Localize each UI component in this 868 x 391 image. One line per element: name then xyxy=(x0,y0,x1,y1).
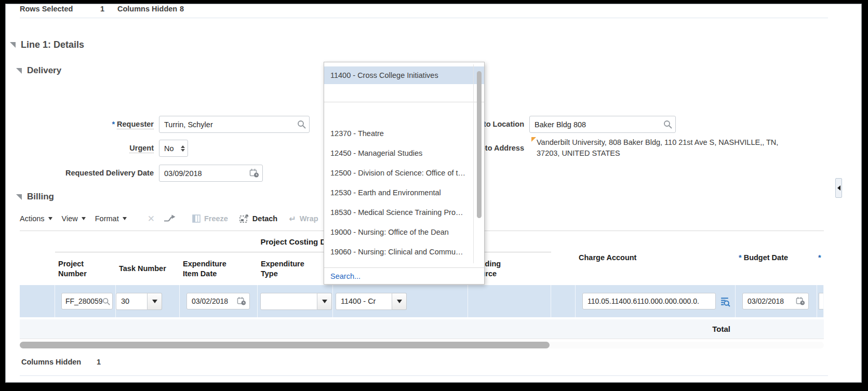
urgent-value: No xyxy=(164,144,181,153)
actions-menu-button[interactable]: Actions xyxy=(20,214,52,223)
cell-budget-date xyxy=(736,285,817,317)
requested-delivery-date-label: Requested Delivery Date xyxy=(6,168,154,178)
billing-title: Billing xyxy=(27,192,54,202)
expenditure-type-value[interactable] xyxy=(260,293,317,310)
freeze-button[interactable]: Freeze xyxy=(192,214,228,223)
dropdown-arrow-icon[interactable] xyxy=(317,293,332,310)
dropdown-option[interactable]: 12530 - Earth and Environmental xyxy=(324,183,484,203)
project-number-field[interactable] xyxy=(61,293,113,309)
cell-charge-account xyxy=(576,285,736,317)
task-number-value[interactable]: 30 xyxy=(116,293,148,310)
cell-expenditure-organization: 11400 - Cr xyxy=(333,285,468,317)
expenditure-item-date-input[interactable] xyxy=(192,297,237,305)
deliver-to-location-input[interactable] xyxy=(535,120,663,129)
column-header-expenditure-type[interactable]: Expenditure Type xyxy=(258,252,333,285)
top-divider xyxy=(20,18,828,18)
column-header-budget-date[interactable]: *Budget Date xyxy=(736,231,817,285)
charge-account-input[interactable] xyxy=(587,297,712,305)
bottom-divider xyxy=(20,375,828,376)
content-panel: Rows Selected 1 Columns Hidden 8 Line 1:… xyxy=(5,4,862,383)
format-menu-button[interactable]: Format xyxy=(95,214,127,223)
requested-delivery-date-field[interactable] xyxy=(159,165,263,182)
collapse-triangle-icon[interactable] xyxy=(16,68,22,74)
search-icon[interactable] xyxy=(297,120,306,129)
cell-task-number: 30 xyxy=(116,285,180,317)
search-icon[interactable] xyxy=(102,298,110,305)
table-row[interactable]: 30 11400 - Cr xyxy=(20,285,824,317)
panel-collapse-button[interactable] xyxy=(835,178,842,198)
cell-truncated xyxy=(817,285,824,317)
columns-hidden-value: 8 xyxy=(180,5,184,13)
dropdown-arrow-icon[interactable] xyxy=(148,293,162,310)
date-picker-icon[interactable] xyxy=(237,296,246,306)
delete-icon[interactable]: ✕ xyxy=(148,213,155,224)
task-number-combobox[interactable]: 30 xyxy=(116,293,162,310)
date-picker-icon[interactable] xyxy=(249,168,259,178)
line-details-title: Line 1: Details xyxy=(21,39,84,50)
wrap-button[interactable]: ↵ Wrap xyxy=(289,214,318,224)
dropdown-option[interactable]: 12500 - Division of Science: Office of t… xyxy=(324,163,484,183)
cell-funding-source xyxy=(468,285,551,317)
wrap-icon: ↵ xyxy=(289,214,296,224)
branch-icon[interactable] xyxy=(163,214,176,223)
expenditure-item-date-field[interactable] xyxy=(186,293,250,309)
urgent-spinner[interactable]: No xyxy=(159,140,188,157)
freeze-icon xyxy=(192,214,201,223)
dropdown-option[interactable]: 18530 - Medical Science Training Pro… xyxy=(324,203,484,222)
row-header-cell[interactable] xyxy=(20,285,55,317)
requester-field[interactable] xyxy=(159,116,310,133)
requested-delivery-date-input[interactable] xyxy=(164,169,249,178)
dropdown-scrollbar-gutter xyxy=(473,64,474,263)
expenditure-type-combobox[interactable] xyxy=(260,293,332,310)
view-menu-button[interactable]: View xyxy=(62,214,86,223)
delivery-title: Delivery xyxy=(27,65,61,76)
dropdown-option[interactable]: 19060 - Nursing: Clinical and Commu… xyxy=(324,242,484,262)
horizontal-scrollbar[interactable] xyxy=(20,342,824,348)
spinner-arrows-icon[interactable] xyxy=(181,145,185,152)
delivery-header[interactable]: Delivery xyxy=(16,65,61,76)
billing-toolbar: Actions View Format ✕ Freeze Detach ↵ Wr… xyxy=(20,211,318,226)
dropdown-option[interactable]: 12370 - Theatre xyxy=(324,124,484,143)
dropdown-arrow-icon[interactable] xyxy=(392,293,407,310)
expenditure-organization-combobox[interactable]: 11400 - Cr xyxy=(336,293,407,310)
dropdown-option-selected[interactable]: 11400 - Cross College Initiatives xyxy=(324,66,484,84)
columns-hidden-label: Columns Hidden xyxy=(117,5,177,13)
billing-header[interactable]: Billing xyxy=(16,192,54,202)
detach-button[interactable]: Detach xyxy=(239,214,277,223)
column-header-task-number[interactable]: Task Number xyxy=(116,252,180,285)
changed-flag-icon xyxy=(531,137,536,142)
expenditure-organization-value[interactable]: 11400 - Cr xyxy=(336,293,392,310)
line-details-header[interactable]: Line 1: Details xyxy=(10,39,84,50)
rows-selected-value: 1 xyxy=(100,5,104,13)
deliver-to-address-value: Vanderbilt University, 808 Baker Bldg, 1… xyxy=(531,137,795,159)
deliver-to-location-field[interactable] xyxy=(529,116,676,133)
collapse-triangle-icon[interactable] xyxy=(10,42,16,48)
dropdown-option[interactable]: 12450 - Managerial Studies xyxy=(324,143,484,163)
dropdown-scrollbar-thumb[interactable] xyxy=(477,71,482,218)
column-header-charge-account[interactable]: Charge Account xyxy=(576,231,736,285)
urgent-label: Urgent xyxy=(6,143,154,153)
scrollbar-thumb[interactable] xyxy=(20,342,550,348)
rows-selected-label: Rows Selected xyxy=(20,5,73,13)
total-label: Total xyxy=(576,325,736,333)
cell-expenditure-item-date xyxy=(180,285,258,317)
dropdown-option-blank[interactable] xyxy=(324,84,484,102)
budget-date-field[interactable] xyxy=(742,293,809,309)
dropdown-search-link[interactable]: Search... xyxy=(324,267,484,284)
project-number-input[interactable] xyxy=(65,297,102,305)
columns-hidden-value: 1 xyxy=(97,358,101,366)
edit-account-icon[interactable] xyxy=(719,296,730,307)
columns-hidden-label: Columns Hidden xyxy=(21,358,81,366)
column-header-truncated: * xyxy=(817,231,824,285)
date-picker-icon[interactable] xyxy=(796,296,805,306)
budget-date-input[interactable] xyxy=(747,297,796,305)
search-icon[interactable] xyxy=(663,120,672,129)
column-header-project-number[interactable]: Project Number xyxy=(55,252,116,285)
column-header-expenditure-item-date[interactable]: Expenditure Item Date xyxy=(180,252,258,285)
charge-account-field[interactable] xyxy=(582,293,716,309)
detach-icon xyxy=(239,214,249,223)
collapse-triangle-icon[interactable] xyxy=(16,194,22,200)
dropdown-option[interactable]: 19000 - Nursing: Office of the Dean xyxy=(324,222,484,242)
requester-input[interactable] xyxy=(164,120,297,129)
table-total-row: Total xyxy=(20,319,824,339)
